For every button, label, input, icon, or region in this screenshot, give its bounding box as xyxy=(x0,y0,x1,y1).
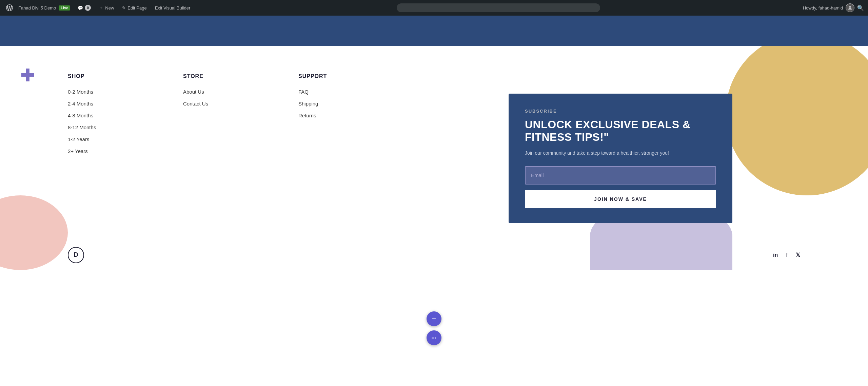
footer-col-support: SUPPORT FAQ Shipping Returns xyxy=(298,73,373,160)
footer-area: ✚ SHOP 0-2 Months 2-4 Months 4-8 Months … xyxy=(0,46,868,270)
support-heading: SUPPORT xyxy=(298,73,373,79)
shop-heading: SHOP xyxy=(68,73,142,79)
exit-visual-builder-button[interactable]: Exit Visual Builder xyxy=(151,0,195,16)
user-avatar[interactable] xyxy=(846,3,854,12)
footer-links-section: SHOP 0-2 Months 2-4 Months 4-8 Months 8-… xyxy=(68,73,509,160)
shop-link-4-8[interactable]: 4-8 Months xyxy=(68,113,142,118)
new-button[interactable]: ＋ New xyxy=(95,0,118,16)
linkedin-icon[interactable]: in xyxy=(773,252,778,258)
subscribe-label: SUBSCRIBE xyxy=(525,109,716,114)
comments-button[interactable]: 💬 0 xyxy=(74,0,95,16)
facebook-icon[interactable]: f xyxy=(786,252,788,258)
subscribe-description: Join our community and take a step towar… xyxy=(525,150,716,157)
float-options-button[interactable]: ••• xyxy=(427,330,441,345)
site-name-group[interactable]: Fahad Divi 5 Demo Live xyxy=(15,5,74,11)
howdy-text: Howdy, fahad-hamid xyxy=(803,5,843,11)
builder-float-controls: + ••• xyxy=(427,311,441,345)
social-icons: in f 𝕏 xyxy=(773,252,800,258)
twitter-x-icon[interactable]: 𝕏 xyxy=(796,252,800,258)
edit-icon: ✎ xyxy=(122,5,126,11)
main-content: ✚ SHOP 0-2 Months 2-4 Months 4-8 Months … xyxy=(0,16,868,270)
wp-logo-icon[interactable] xyxy=(4,2,15,13)
float-add-button[interactable]: + xyxy=(427,311,441,326)
store-link-about[interactable]: About Us xyxy=(183,89,258,95)
subscribe-card: SUBSCRIBE UNLOCK EXCLUSIVE DEALS & FITNE… xyxy=(509,94,732,223)
shop-link-2-4[interactable]: 2-4 Months xyxy=(68,101,142,107)
live-badge: Live xyxy=(59,5,70,11)
shop-link-8-12[interactable]: 8-12 Months xyxy=(68,124,142,130)
shop-link-1-2-years[interactable]: 1-2 Years xyxy=(68,136,142,142)
admin-bar: Fahad Divi 5 Demo Live 💬 0 ＋ New ✎ Edit … xyxy=(0,0,868,16)
site-name: Fahad Divi 5 Demo xyxy=(18,5,56,11)
subscribe-headline: UNLOCK EXCLUSIVE DEALS & FITNESS TIPS!" xyxy=(525,118,716,143)
join-now-button[interactable]: JOIN NOW & SAVE xyxy=(525,190,716,208)
search-icon[interactable]: 🔍 xyxy=(857,5,864,11)
edit-page-button[interactable]: ✎ Edit Page xyxy=(118,0,151,16)
comment-icon: 💬 xyxy=(78,5,83,11)
support-link-shipping[interactable]: Shipping xyxy=(298,101,373,107)
footer-main-row: SHOP 0-2 Months 2-4 Months 4-8 Months 8-… xyxy=(0,46,868,237)
comment-count: 0 xyxy=(85,5,91,11)
footer-col-store: STORE About Us Contact Us xyxy=(183,73,258,160)
footer-bottom: D in f 𝕏 xyxy=(0,240,868,270)
divi-logo[interactable]: D xyxy=(68,247,84,263)
support-link-faq[interactable]: FAQ xyxy=(298,89,373,95)
svg-point-0 xyxy=(849,6,851,8)
email-input[interactable] xyxy=(525,166,716,185)
store-link-contact[interactable]: Contact Us xyxy=(183,101,258,107)
support-link-returns[interactable]: Returns xyxy=(298,113,373,118)
plus-icon: ＋ xyxy=(99,5,103,11)
shop-link-2-plus-years[interactable]: 2+ Years xyxy=(68,148,142,154)
footer-col-shop: SHOP 0-2 Months 2-4 Months 4-8 Months 8-… xyxy=(68,73,142,160)
blue-header-section xyxy=(0,16,868,46)
store-heading: STORE xyxy=(183,73,258,79)
shop-link-0-2[interactable]: 0-2 Months xyxy=(68,89,142,95)
